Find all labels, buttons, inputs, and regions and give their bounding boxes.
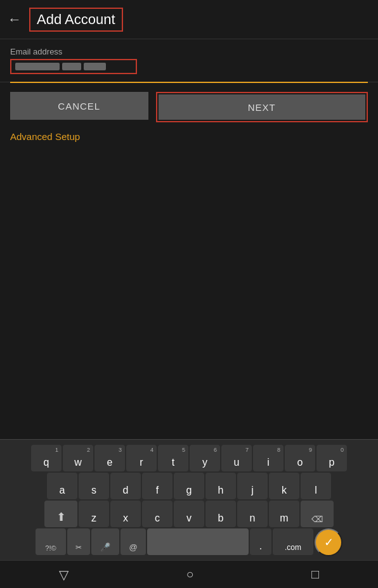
keyboard-row-bottom: ?!© ✂ 🎤 @ . .com ✓ bbox=[0, 528, 378, 556]
key-at[interactable]: @ bbox=[121, 528, 146, 555]
key-dotcom[interactable]: .com bbox=[273, 528, 313, 555]
main-form: Email address bbox=[0, 39, 378, 82]
key-o[interactable]: 9o bbox=[285, 445, 315, 471]
key-k[interactable]: k bbox=[269, 473, 299, 499]
next-button-wrapper: NEXT bbox=[156, 92, 368, 122]
key-j[interactable]: j bbox=[237, 473, 268, 499]
keyboard: 1q 2w 3e 4r 5t 6y 7u 8i 9o 0p a s d f g … bbox=[0, 439, 378, 560]
nav-back-icon[interactable]: ▽ bbox=[59, 567, 68, 582]
key-dot[interactable]: . bbox=[250, 528, 271, 555]
nav-bar: ▽ ○ □ bbox=[0, 560, 378, 588]
email-placeholder bbox=[15, 63, 106, 70]
cancel-button[interactable]: CANCEL bbox=[10, 92, 148, 120]
next-button[interactable]: NEXT bbox=[159, 94, 365, 120]
key-cut[interactable]: ✂ bbox=[67, 528, 90, 555]
placeholder-block-2 bbox=[62, 63, 81, 70]
key-l[interactable]: l bbox=[301, 473, 331, 499]
keyboard-row-1: 1q 2w 3e 4r 5t 6y 7u 8i 9o 0p bbox=[0, 445, 378, 471]
key-f[interactable]: f bbox=[142, 473, 173, 499]
key-i[interactable]: 8i bbox=[253, 445, 284, 471]
key-mic[interactable]: 🎤 bbox=[91, 528, 119, 555]
key-b[interactable]: b bbox=[205, 501, 236, 527]
key-a[interactable]: a bbox=[47, 473, 77, 499]
email-label: Email address bbox=[10, 47, 368, 56]
key-q[interactable]: 1q bbox=[31, 445, 62, 471]
key-v[interactable]: v bbox=[174, 501, 204, 527]
key-t[interactable]: 5t bbox=[158, 445, 188, 471]
title-box: Add Account bbox=[29, 8, 123, 32]
header: ← Add Account bbox=[0, 0, 378, 39]
key-z[interactable]: z bbox=[79, 501, 109, 527]
key-shift[interactable]: ⬆ bbox=[44, 501, 77, 527]
key-symbol[interactable]: ?!© bbox=[36, 528, 66, 555]
back-button[interactable]: ← bbox=[8, 11, 22, 28]
placeholder-block-3 bbox=[84, 63, 106, 70]
key-h[interactable]: h bbox=[205, 473, 236, 499]
placeholder-block-1 bbox=[15, 63, 60, 70]
key-d[interactable]: d bbox=[110, 473, 141, 499]
key-e[interactable]: 3e bbox=[94, 445, 125, 471]
key-s[interactable]: s bbox=[79, 473, 109, 499]
advanced-setup-link[interactable]: Advanced Setup bbox=[0, 131, 378, 152]
key-p[interactable]: 0p bbox=[316, 445, 347, 471]
keyboard-row-2: a s d f g h j k l bbox=[0, 473, 378, 499]
key-w[interactable]: 2w bbox=[63, 445, 93, 471]
email-input-wrapper[interactable] bbox=[10, 59, 137, 74]
key-backspace[interactable]: ⌫ bbox=[301, 501, 334, 527]
nav-recent-icon[interactable]: □ bbox=[311, 567, 319, 582]
page-title: Add Account bbox=[37, 11, 115, 27]
key-check[interactable]: ✓ bbox=[315, 528, 342, 556]
key-c[interactable]: c bbox=[142, 501, 173, 527]
nav-home-icon[interactable]: ○ bbox=[186, 567, 193, 582]
key-u[interactable]: 7u bbox=[221, 445, 252, 471]
key-g[interactable]: g bbox=[174, 473, 204, 499]
key-m[interactable]: m bbox=[269, 501, 299, 527]
key-r[interactable]: 4r bbox=[126, 445, 157, 471]
key-y[interactable]: 6y bbox=[190, 445, 220, 471]
key-n[interactable]: n bbox=[237, 501, 268, 527]
key-x[interactable]: x bbox=[110, 501, 141, 527]
buttons-row: CANCEL NEXT bbox=[0, 83, 378, 131]
keyboard-row-3: ⬆ z x c v b n m ⌫ bbox=[0, 501, 378, 527]
key-space[interactable] bbox=[147, 528, 249, 555]
